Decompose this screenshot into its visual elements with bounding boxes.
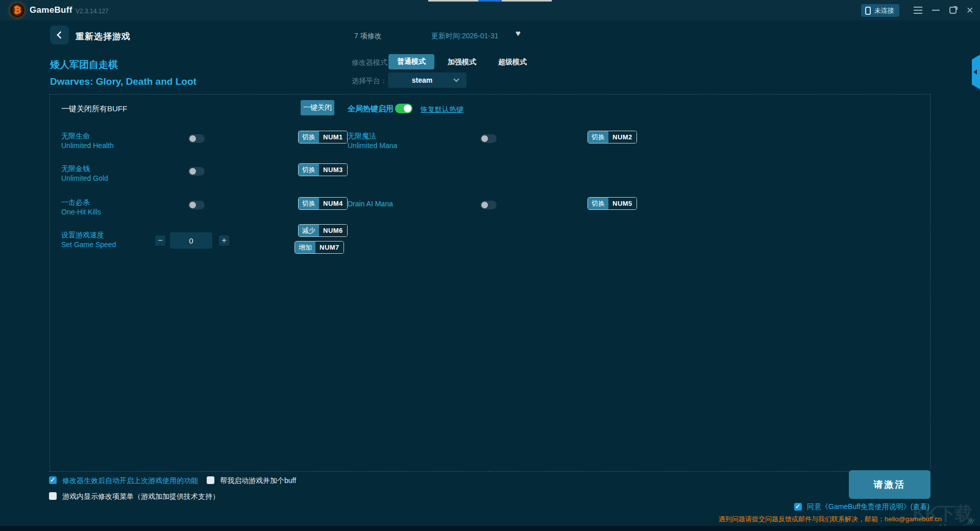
platform-select[interactable]: steam xyxy=(388,73,467,88)
cheat-label-en: Unlimited Gold xyxy=(61,174,108,182)
cheat-label-en: Unlimited Mana xyxy=(348,141,397,150)
toggle-knob xyxy=(189,202,196,208)
tab-enhanced-mode[interactable]: 加强模式 xyxy=(448,58,476,67)
hotkey-action: 切换 xyxy=(299,164,319,176)
cheat-toggle-unlimited-gold[interactable] xyxy=(188,167,205,176)
top-progress-strip xyxy=(428,0,552,2)
toggle-knob xyxy=(189,135,196,142)
hotkey-key: NUM5 xyxy=(608,198,636,209)
cheat-toggle-unlimited-mana[interactable] xyxy=(480,134,497,143)
toggle-knob xyxy=(189,168,196,175)
cheat-label-en: Set Game Speed xyxy=(61,240,116,249)
hotkey-key: NUM3 xyxy=(319,164,347,176)
global-hotkey-label: 全局热键启用 xyxy=(348,104,394,114)
app-name: GameBuff xyxy=(30,5,72,15)
hotkey-key: NUM7 xyxy=(315,242,344,253)
agree-disclaimer-label[interactable]: 同意《GameBuff免责使用说明》(查看) xyxy=(807,502,929,512)
hotkey-action: 切换 xyxy=(299,131,319,143)
cheat-label-cn: 设置游戏速度 xyxy=(61,231,104,240)
checkbox-launch-with-buff[interactable] xyxy=(207,476,214,484)
maximize-button[interactable] xyxy=(945,0,961,20)
hotkey-key: NUM1 xyxy=(319,131,347,143)
mods-count: 7 项修改 xyxy=(354,32,382,41)
hotkey-badge-num5[interactable]: 切换 NUM5 xyxy=(587,197,637,210)
close-all-button[interactable]: 一键关闭 xyxy=(301,100,334,115)
titlebar: ₿ GameBuff V2.3.14.127 未连接 ✕ xyxy=(0,0,980,20)
hotkey-key: NUM6 xyxy=(319,225,347,236)
favorite-heart-icon[interactable]: ♥ xyxy=(516,29,521,39)
cheat-toggle-unlimited-health[interactable] xyxy=(188,134,205,143)
device-connect-button[interactable]: 未连接 xyxy=(861,4,899,17)
checkbox-launch-with-buff-label: 帮我启动游戏并加个buff xyxy=(220,476,296,486)
hotkey-badge-num3[interactable]: 切换 NUM3 xyxy=(298,163,348,176)
toggle-knob xyxy=(404,105,411,112)
hotkey-key: NUM4 xyxy=(319,198,347,209)
support-contact-line: 遇到问题请提交问题反馈或邮件与我们联系解决，邮箱：hello@gamebuff.… xyxy=(719,515,942,524)
cheat-label-cn: 无限金钱 xyxy=(61,164,90,174)
activate-button[interactable]: 请激活 xyxy=(849,470,930,499)
speed-decrement-button[interactable]: − xyxy=(155,235,165,246)
cheats-panel xyxy=(50,94,930,472)
top-progress-strip-segment xyxy=(478,0,502,2)
page-title: 重新选择游戏 xyxy=(76,31,131,42)
speed-increment-button[interactable]: + xyxy=(219,235,229,246)
menu-button[interactable] xyxy=(910,0,925,20)
hotkey-action: 切换 xyxy=(299,198,319,209)
gamebuff-logo-icon: ₿ xyxy=(10,3,24,17)
hotkey-action: 切换 xyxy=(588,198,608,209)
phone-icon xyxy=(865,7,871,15)
minimize-button[interactable] xyxy=(928,0,943,20)
app-version: V2.3.14.127 xyxy=(76,8,109,15)
hotkey-badge-num2[interactable]: 切换 NUM2 xyxy=(587,131,637,143)
checkbox-ingame-menu-label: 游戏内显示修改项菜单（游戏加加提供技术支持） xyxy=(62,492,219,501)
cheat-label-en: One-Hit Kills xyxy=(61,208,101,216)
cheat-label-en: Unlimited Health xyxy=(61,141,114,150)
close-button[interactable]: ✕ xyxy=(962,0,977,20)
back-button[interactable] xyxy=(50,26,69,44)
hotkey-badge-num6[interactable]: 减少 NUM6 xyxy=(298,224,348,237)
tab-normal-mode[interactable]: 普通模式 xyxy=(388,54,434,69)
game-title-cn: 矮人军团自走棋 xyxy=(50,58,118,71)
cheat-label-cn: 一击必杀 xyxy=(61,198,90,207)
checkbox-agree-disclaimer[interactable] xyxy=(794,503,802,511)
checkbox-auto-enable[interactable] xyxy=(49,476,57,484)
hotkey-badge-num1[interactable]: 切换 NUM1 xyxy=(298,131,348,143)
restore-hotkeys-link[interactable]: 恢复默认热键 xyxy=(421,105,463,114)
platform-value: steam xyxy=(388,73,456,88)
checkbox-auto-enable-label: 修改器生效后自动开启上次游戏使用的功能 xyxy=(62,476,198,486)
update-time: 更新时间:2026-01-31 xyxy=(431,32,499,41)
game-title-en: Dwarves: Glory, Death and Loot xyxy=(50,76,197,87)
hotkey-badge-num4[interactable]: 切换 NUM4 xyxy=(298,197,348,210)
side-panel-handle[interactable] xyxy=(972,55,980,89)
hotkey-action: 减少 xyxy=(299,225,319,236)
connect-status-label: 未连接 xyxy=(874,6,894,15)
hotkey-key: NUM2 xyxy=(608,131,636,143)
platform-label: 选择平台： xyxy=(352,77,387,86)
hotkey-badge-num7[interactable]: 增加 NUM7 xyxy=(295,241,344,254)
bottom-strip xyxy=(0,526,980,531)
checkbox-ingame-menu[interactable] xyxy=(49,492,57,500)
toggle-knob xyxy=(481,202,488,208)
cheat-label-cn: Drain AI Mana xyxy=(348,200,393,208)
close-all-label: 一键关闭所有BUFF xyxy=(61,104,127,114)
hotkey-action: 切换 xyxy=(588,131,608,143)
cheat-label-cn: 无限魔法 xyxy=(348,132,376,141)
mode-label: 修改器模式 xyxy=(352,58,387,67)
cheat-toggle-one-hit-kills[interactable] xyxy=(188,201,205,209)
tab-super-mode[interactable]: 超级模式 xyxy=(498,58,527,67)
hotkey-action: 增加 xyxy=(295,242,315,253)
toggle-knob xyxy=(481,135,488,142)
cheat-label-cn: 无限生命 xyxy=(61,132,90,141)
cheat-toggle-drain-ai-mana[interactable] xyxy=(480,201,497,209)
global-hotkey-toggle[interactable] xyxy=(395,104,412,113)
speed-value-field[interactable]: 0 xyxy=(170,232,212,249)
back-chevron-icon xyxy=(57,31,65,39)
